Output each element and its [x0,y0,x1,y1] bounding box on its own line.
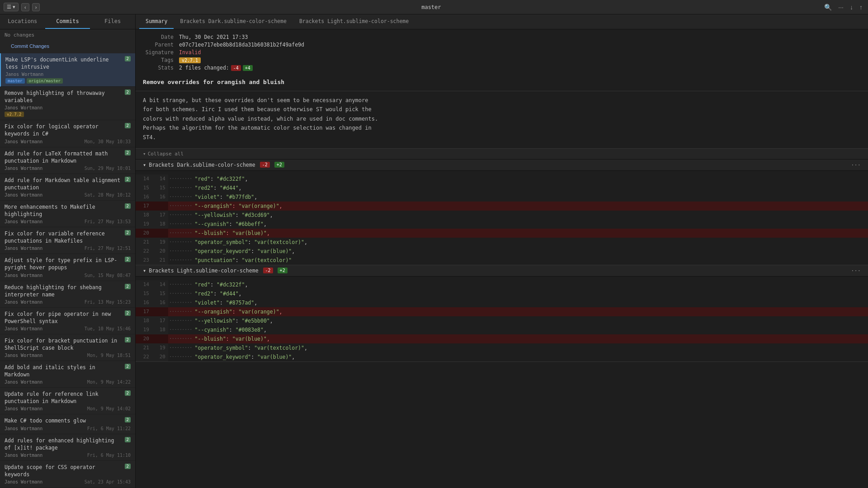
line-dots: ········· [168,192,193,202]
commit-author: Janos Wortmann [5,139,42,144]
commit-badge: 2 [125,257,131,262]
commit-date: Fri, 13 May 15:23 [85,300,131,305]
commit-item-header: More enhancements to Makefile highlighti… [5,203,131,218]
meta-row-parent: Parent e07c71ee717ebe8b8d18da31b60381b2f… [143,42,861,48]
commit-date: Sat, 28 May 10:12 [85,192,131,197]
line-numbers: 20 [136,229,168,238]
list-item[interactable]: More enhancements to Makefile highlighti… [0,201,135,227]
commit-changes-button[interactable]: Commit Changes [8,42,52,51]
list-item[interactable]: Add rule for LaTeX formatted math punctu… [0,147,135,174]
commit-title: Add bold and italic styles in Markdown [5,364,125,378]
list-item[interactable]: Make C# todo comments glow 2 Janos Wortm… [0,414,135,434]
diff-section-menu-icon-light[interactable]: ··· [851,267,861,274]
line-numbers: 21 19 [136,238,168,247]
toolbar-push-btn[interactable]: ↑ [858,3,864,12]
line-num-new [152,334,168,343]
collapse-all-bar[interactable]: ▾ Collapse all [136,149,868,160]
list-item[interactable]: Remove highlighting of throwaway variabl… [0,87,135,120]
table-row: 15 15 ········· "red2": "#d44", [136,289,868,298]
table-row: 16 16 ········· "violet": "#8757ad", [136,298,868,307]
line-num-new [152,229,168,238]
line-num-old: 22 [136,352,152,361]
commit-author: Janos Wortmann [5,72,43,77]
list-item[interactable]: Make LSP's documentLink underline less i… [0,53,135,87]
list-item[interactable]: Add bold and italic styles in Markdown 2… [0,361,135,388]
list-item[interactable]: Fix color for bracket punctuation in She… [0,334,135,361]
commit-item-header: Add rule for Markdown table alignment pu… [5,177,131,191]
line-numbers: 14 14 [136,280,168,289]
commit-body: A bit strange, but these overrides don't… [136,91,868,149]
list-item[interactable]: Reduce highlighting for shebang interpre… [0,281,135,308]
commit-badge: 2 [125,203,131,209]
list-item[interactable]: Fix color for variable reference punctua… [0,227,135,254]
line-num-old: 21 [136,238,152,247]
list-item[interactable]: Adjust style for type prefix in LSP-pyri… [0,254,135,281]
meta-value-stats-files: 2 files changed: [179,65,229,71]
line-num-new: 16 [152,298,168,307]
line-numbers: 15 15 [136,183,168,192]
commit-title: Make C# todo comments glow [5,417,125,424]
meta-value-date: Thu, 30 Dec 2021 17:33 [179,34,248,40]
commit-badge: 2 [125,177,131,182]
commit-title: Adjust style for type prefix in LSP-pyri… [5,257,125,271]
line-dots: ········· [168,307,193,316]
line-dots: ········· [168,229,193,238]
commit-title: More enhancements to Makefile highlighti… [5,203,125,218]
line-num-old: 17 [136,307,152,316]
line-numbers: 17 [136,202,168,211]
list-item[interactable]: Fix color for logical operator keywords … [0,120,135,147]
meta-row-signature: Signature Invalid [143,49,861,56]
line-content: "violet": "#8757ad", [193,298,868,307]
commit-item-header: Add rules for enhanced highlighting of [… [5,437,131,451]
commit-badge: 2 [125,230,131,235]
toolbar-more-btn[interactable]: ··· [836,3,845,12]
tab-brackets-light[interactable]: Brackets Light.sublime-color-scheme [293,14,415,29]
stats-minus-badge: -4 [231,65,241,71]
toolbar-back-btn[interactable]: ‹ [21,3,29,11]
line-num-new: 18 [152,325,168,334]
tab-summary[interactable]: Summary [139,14,174,29]
list-item[interactable]: Add rules for enhanced highlighting of [… [0,434,135,461]
toolbar-menu-btn[interactable]: ☰ ▾ [4,3,19,11]
line-content: "--cyanish": "#0083e8", [193,325,868,334]
commit-badge: 2 [125,150,131,155]
commit-meta: Janos Wortmann Sun, 29 May 10:01 [5,166,131,171]
line-content: "red": "#dc322f", [193,280,868,289]
commit-date: Tue, 10 May 15:46 [85,326,131,331]
list-item[interactable]: Update scope for CSS operator keywords 2… [0,461,135,488]
toolbar-forward-btn[interactable]: › [32,3,40,11]
list-item[interactable]: Add rule for Markdown table alignment pu… [0,174,135,201]
diff-section-arrow-icon: ▾ [143,162,146,168]
no-changes-label: No changes Commit Changes [0,29,135,53]
commit-date: Fri, 27 May 12:51 [85,246,131,251]
line-dots: ········· [168,183,193,192]
line-numbers: 22 20 [136,352,168,361]
tab-files[interactable]: Files [90,14,135,29]
diff-minus-badge-dark: -2 [260,162,270,168]
line-dots: ········· [168,247,193,256]
tag-origin: origin/master [27,78,63,84]
list-item[interactable]: Update rule for reference link punctuati… [0,388,135,414]
table-row: 22 20 ········· "operator_keyword": "var… [136,247,868,256]
commit-title: Fix color for pipe operator in new Power… [5,310,125,325]
commit-title: Reduce highlighting for shebang interpre… [5,284,125,298]
toolbar-search-btn[interactable]: 🔍 [822,3,834,12]
tab-commits[interactable]: Commits [45,14,90,29]
table-row: 23 21 ········· "punctuation": "var(text… [136,256,868,265]
toolbar-fetch-btn[interactable]: ↓ [848,3,855,12]
line-num-old: 20 [136,229,152,238]
line-content: "--orangish": "var(orange)", [193,202,868,211]
line-num-new: 17 [152,316,168,325]
diff-file-name-light: Brackets Light.sublime-color-scheme [149,267,258,274]
line-num-new: 20 [152,247,168,256]
tab-locations[interactable]: Locations [0,14,45,29]
commit-author: Janos Wortmann [5,192,42,197]
diff-lines-dark: 14 14 ········· "red": "#dc322f", 15 15 … [136,174,868,265]
commit-badge: 2 [125,364,131,369]
main-layout: Locations Commits Files No changes Commi… [0,14,868,488]
line-numbers: 15 15 [136,289,168,298]
diff-section-menu-icon-dark[interactable]: ··· [851,162,861,168]
list-item[interactable]: Fix color for pipe operator in new Power… [0,308,135,334]
meta-value-parent: e07c71ee717ebe8b8d18da31b60381b2f49afe9d [179,42,304,48]
tab-brackets-dark[interactable]: Brackets Dark.sublime-color-scheme [174,14,292,29]
